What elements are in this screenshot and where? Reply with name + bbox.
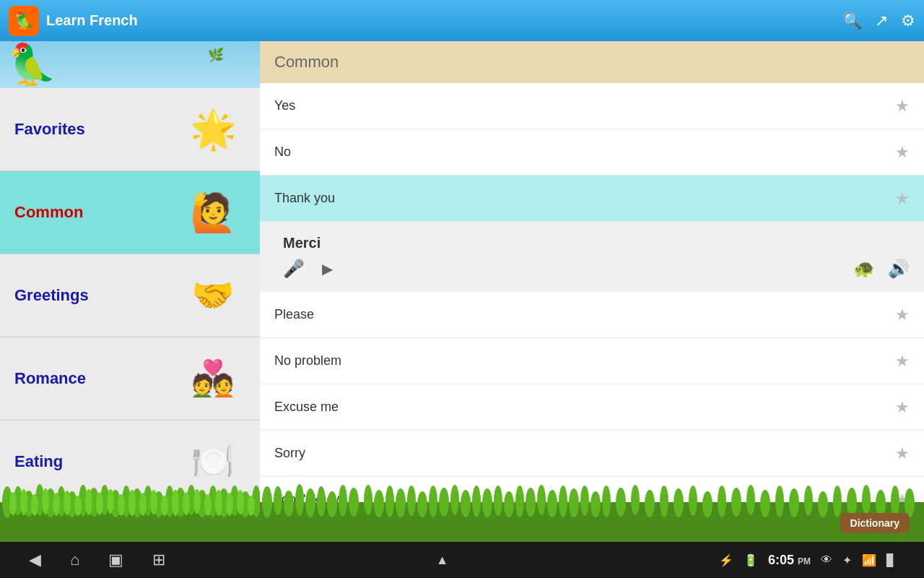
sidebar-item-common[interactable]: Common 🙋 [0, 171, 260, 254]
svg-point-33 [96, 492, 103, 515]
svg-point-59 [374, 490, 384, 517]
svg-point-91 [760, 490, 770, 517]
sidebar-item-greetings[interactable]: Greetings 🤝 [0, 254, 260, 337]
svg-point-43 [204, 494, 212, 516]
share-icon[interactable]: ↗ [875, 12, 888, 30]
romance-image: 💑 [180, 346, 245, 411]
svg-point-97 [847, 488, 857, 517]
sidebar-grass [0, 480, 260, 542]
svg-point-27 [31, 494, 38, 516]
nav-left: ◀ ⌂ ▣ ⊞ [29, 551, 165, 569]
svg-point-62 [407, 486, 416, 516]
microphone-icon[interactable]: 🎤 [283, 259, 305, 279]
top-icons: 🔍 ↗ ⚙ [842, 12, 915, 30]
word-item-no[interactable]: No ★ [260, 129, 924, 176]
svg-point-72 [515, 486, 524, 517]
translation-text: Merci [283, 229, 910, 253]
svg-point-96 [833, 486, 842, 517]
svg-point-45 [226, 493, 233, 516]
greetings-image: 🤝 [180, 263, 245, 328]
home-button[interactable]: ⌂ [70, 551, 79, 569]
back-button[interactable]: ◀ [29, 551, 41, 569]
svg-point-65 [439, 488, 449, 517]
app-title: Learn French [46, 12, 842, 29]
svg-point-55 [327, 491, 337, 517]
play-icon[interactable]: ▶ [322, 260, 333, 277]
volume-icon[interactable]: 🔊 [888, 259, 910, 279]
sidebar-top-image: 🦜 🌿 [0, 41, 260, 88]
svg-point-29 [53, 493, 60, 516]
settings-icon[interactable]: ⚙ [901, 12, 915, 30]
svg-point-63 [417, 491, 427, 517]
svg-point-52 [295, 484, 304, 516]
svg-point-35 [118, 494, 125, 516]
word-item-yes[interactable]: Yes ★ [260, 83, 924, 129]
category-title: Common [274, 53, 339, 71]
svg-point-58 [364, 485, 372, 515]
leaf-icon: 🌿 [208, 47, 224, 63]
star-no-problem[interactable]: ★ [895, 352, 910, 371]
usb-icon: ⚡ [719, 553, 733, 567]
svg-point-64 [429, 486, 437, 517]
svg-point-93 [789, 488, 799, 517]
svg-point-75 [547, 490, 557, 517]
svg-point-88 [718, 486, 726, 517]
svg-point-44 [215, 490, 222, 516]
svg-point-68 [472, 486, 481, 517]
app-icon: 🦜 [9, 6, 39, 36]
svg-point-38 [150, 490, 157, 514]
svg-point-31 [74, 496, 82, 516]
turtle-icon[interactable]: 🐢 [853, 259, 875, 279]
svg-point-42 [193, 489, 201, 514]
time-text: 6:05 [768, 553, 794, 567]
search-icon[interactable]: 🔍 [842, 12, 862, 30]
up-chevron[interactable]: ▲ [436, 553, 449, 568]
scan-button[interactable]: ⊞ [152, 551, 165, 569]
svg-point-77 [569, 488, 579, 517]
star-excuse-me[interactable]: ★ [895, 398, 910, 417]
common-image: 🙋 [180, 180, 245, 245]
dictionary-button[interactable]: Dictionary [840, 513, 910, 533]
svg-point-95 [818, 491, 828, 517]
word-item-please[interactable]: Please ★ [260, 292, 924, 338]
svg-point-85 [674, 488, 684, 517]
star-yes[interactable]: ★ [895, 97, 910, 116]
content-panel: Common Yes ★ No ★ Thank you ★ Merci [260, 41, 924, 542]
svg-point-70 [494, 486, 502, 516]
svg-point-92 [775, 486, 784, 517]
svg-point-78 [580, 486, 589, 516]
svg-point-46 [237, 490, 244, 514]
translation-controls: 🎤 ▶ 🐢 🔊 [283, 253, 910, 285]
svg-point-94 [804, 486, 813, 516]
svg-point-30 [64, 491, 71, 515]
svg-point-54 [317, 486, 326, 517]
svg-point-66 [450, 485, 459, 515]
word-item-sorry[interactable]: Sorry ★ [260, 431, 924, 477]
word-item-no-problem[interactable]: No problem ★ [260, 338, 924, 384]
star-no[interactable]: ★ [895, 143, 910, 162]
sidebar: 🦜 🌿 Favorites 🌟 Common 🙋 Greetings 🤝 [0, 41, 260, 542]
svg-point-90 [746, 485, 755, 515]
svg-point-73 [526, 488, 536, 517]
bluetooth-icon: ✦ [842, 553, 852, 567]
svg-point-40 [172, 490, 179, 516]
svg-point-41 [183, 492, 190, 515]
svg-point-32 [85, 489, 92, 515]
svg-point-98 [862, 485, 871, 515]
svg-point-82 [631, 485, 640, 515]
sidebar-item-favorites[interactable]: Favorites 🌟 [0, 88, 260, 171]
svg-point-39 [161, 496, 168, 516]
word-item-thank-you[interactable]: Thank you ★ [260, 176, 924, 222]
star-sorry[interactable]: ★ [895, 444, 910, 463]
time-display: 6:05 PM [768, 553, 811, 568]
category-header: Common [260, 41, 924, 83]
svg-point-84 [660, 486, 668, 517]
star-thank-you[interactable]: ★ [895, 189, 910, 208]
sidebar-item-romance[interactable]: Romance 💑 [0, 337, 260, 420]
svg-point-74 [537, 485, 546, 515]
svg-point-56 [339, 485, 347, 517]
svg-point-47 [248, 496, 255, 516]
word-item-excuse-me[interactable]: Excuse me ★ [260, 384, 924, 431]
recents-button[interactable]: ▣ [108, 551, 123, 569]
star-please[interactable]: ★ [895, 306, 910, 324]
